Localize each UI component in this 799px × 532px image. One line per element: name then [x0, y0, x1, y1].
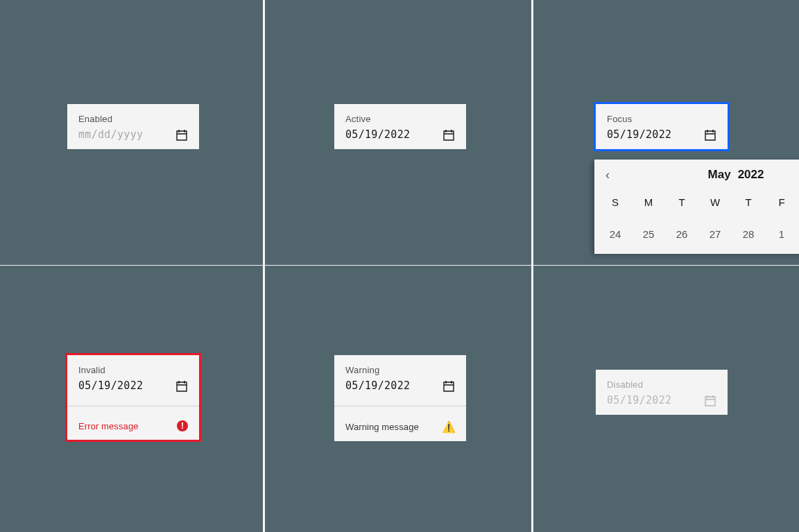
warning-message: Warning message: [345, 422, 419, 432]
states-grid: Enabled mm/dd/yyyy Active 05/19/2022 F: [0, 0, 799, 532]
calendar-icon[interactable]: [175, 128, 188, 141]
field-row: 05/19/2022: [345, 128, 455, 141]
date-input[interactable]: 05/19/2022: [345, 128, 410, 141]
date-cell[interactable]: 25: [632, 219, 665, 248]
date-input[interactable]: 05/19/2022: [78, 379, 143, 392]
date-input[interactable]: 05/19/2022: [607, 128, 671, 141]
date-input[interactable]: 05/19/2022: [345, 379, 410, 392]
cell-disabled: Disabled 05/19/2022: [533, 266, 799, 532]
datepicker-invalid[interactable]: Invalid 05/19/2022 Error message !: [67, 355, 199, 440]
calendar-year: 2022: [738, 168, 764, 182]
message-row: Error message !: [67, 412, 199, 440]
calendar-icon[interactable]: [704, 128, 716, 141]
datepicker-enabled[interactable]: Enabled mm/dd/yyyy: [67, 104, 199, 149]
datepicker-warning[interactable]: Warning 05/19/2022 Warning message ⚠️: [334, 355, 466, 441]
date-input[interactable]: mm/dd/yyyy: [78, 128, 143, 141]
weekday: W: [698, 187, 732, 216]
error-filled-icon: !: [177, 420, 188, 431]
cell-active: Active 05/19/2022: [265, 0, 533, 266]
calendar-popover[interactable]: ‹ May 2022 S M T W T F 24 25 26 27 28: [594, 160, 799, 254]
error-message: Error message: [78, 421, 139, 431]
cell-invalid: Invalid 05/19/2022 Error message !: [0, 266, 265, 532]
calendar-icon[interactable]: [443, 128, 455, 141]
label: Disabled: [607, 379, 716, 390]
warning-icon: ⚠️: [443, 420, 455, 433]
weekday: T: [732, 187, 765, 216]
calendar-header: ‹ May 2022: [594, 160, 799, 187]
date-cell[interactable]: 26: [665, 219, 698, 248]
date-cell[interactable]: 1: [765, 219, 798, 248]
chevron-left-icon[interactable]: ‹: [605, 169, 619, 181]
calendar-icon: [704, 394, 716, 406]
month-year[interactable]: May 2022: [619, 168, 799, 182]
cell-warning: Warning 05/19/2022 Warning message ⚠️: [265, 266, 533, 532]
label: Invalid: [78, 365, 188, 375]
field-row: 05/19/2022: [78, 379, 188, 392]
date-cell[interactable]: 28: [732, 219, 765, 248]
cell-focus: Focus 05/19/2022 ‹ May 2022 S M T W: [533, 0, 799, 266]
dates-row: 24 25 26 27 28 1: [594, 219, 799, 254]
weekday-row: S M T W T F: [594, 187, 799, 216]
date-input: 05/19/2022: [607, 394, 671, 406]
field-row: 05/19/2022: [607, 394, 716, 406]
datepicker-active[interactable]: Active 05/19/2022: [334, 104, 466, 149]
divider: [67, 406, 199, 406]
weekday: S: [599, 187, 632, 216]
datepicker-focus[interactable]: Focus 05/19/2022: [596, 104, 728, 149]
weekday: T: [665, 187, 698, 216]
divider: [334, 406, 466, 406]
message-row: Warning message ⚠️: [334, 412, 466, 441]
field-row: 05/19/2022: [607, 128, 716, 141]
date-cell[interactable]: 27: [698, 219, 732, 248]
field-row: 05/19/2022: [345, 379, 455, 392]
weekday: F: [765, 187, 798, 216]
label: Focus: [607, 114, 716, 124]
weekday: M: [632, 187, 665, 216]
label: Enabled: [78, 114, 188, 124]
field-row: mm/dd/yyyy: [78, 128, 188, 141]
datepicker-disabled: Disabled 05/19/2022: [596, 370, 728, 415]
calendar-icon[interactable]: [443, 379, 455, 392]
label: Warning: [345, 365, 455, 375]
calendar-icon[interactable]: [175, 379, 188, 392]
date-cell[interactable]: 24: [599, 219, 632, 248]
label: Active: [345, 114, 455, 124]
cell-enabled: Enabled mm/dd/yyyy: [0, 0, 265, 266]
calendar-month: May: [708, 168, 731, 182]
